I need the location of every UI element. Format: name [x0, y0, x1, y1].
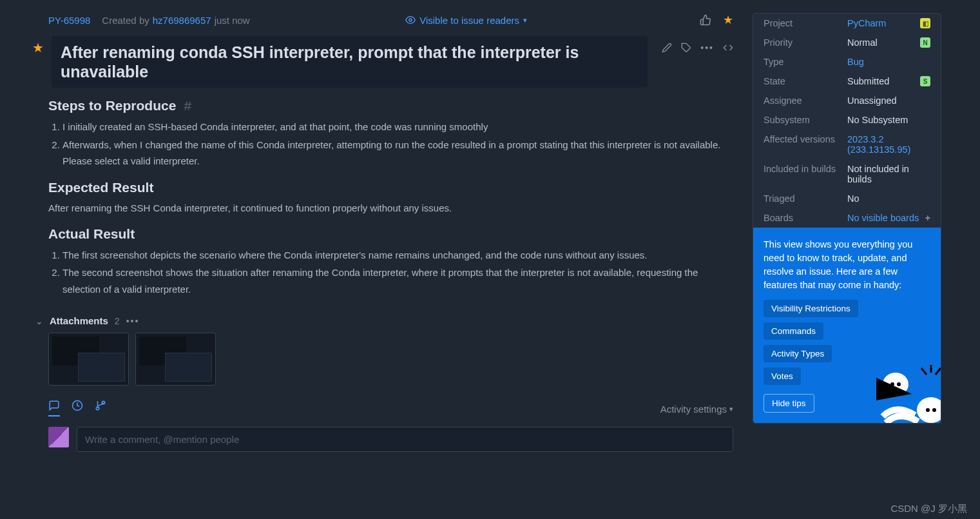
visibility-label: Visible to issue readers: [419, 15, 519, 26]
attachments-count: 2: [115, 316, 120, 326]
list-item: The second screenshot shows the situatio…: [62, 264, 733, 297]
field-included[interactable]: Included in builds Not included in build…: [753, 159, 941, 189]
list-item: Afterwards, when I changed the name of t…: [62, 137, 733, 170]
created-by: Created by hz769869657 just now: [102, 15, 249, 26]
svg-line-11: [936, 368, 941, 375]
expected-heading: Expected Result: [48, 180, 733, 195]
tips-text: This view shows you everything you need …: [764, 238, 930, 292]
expected-text: After renaming the SSH Conda interpreter…: [48, 201, 733, 216]
field-affected[interactable]: Affected versions 2023.3.2 (233.13135.95…: [753, 130, 941, 159]
title-text: After renaming conda SSH interpreter, pr…: [61, 43, 639, 81]
avatar: [48, 427, 69, 447]
state-badge: S: [920, 76, 930, 86]
svg-point-0: [409, 19, 412, 21]
svg-point-7: [926, 408, 930, 412]
svg-point-5: [897, 382, 901, 386]
tip-commands[interactable]: Commands: [764, 322, 823, 340]
visibility-toggle[interactable]: Visible to issue readers ▾: [405, 15, 527, 26]
activity-settings[interactable]: Activity settings ▾: [660, 404, 733, 415]
field-project[interactable]: Project PyCharm ◧: [753, 14, 941, 33]
tab-comments[interactable]: [48, 400, 60, 416]
comment-icon: [48, 400, 60, 411]
field-boards[interactable]: Boards No visible boards +: [753, 208, 941, 228]
actual-heading: Actual Result: [48, 226, 733, 242]
created-by-prefix: Created by: [102, 15, 149, 26]
chevron-down-icon[interactable]: ⌄: [35, 316, 43, 326]
branch-icon: [95, 400, 106, 411]
tip-visibility[interactable]: Visibility Restrictions: [764, 300, 858, 317]
field-priority[interactable]: Priority Normal N: [753, 33, 941, 52]
attachments-label[interactable]: Attachments: [50, 315, 108, 326]
issue-id[interactable]: PY-65998: [48, 15, 90, 26]
comment-input[interactable]: Write a comment, @mention people: [77, 427, 733, 452]
created-time: just now: [215, 15, 250, 26]
issue-title[interactable]: After renaming conda SSH interpreter, pr…: [52, 36, 648, 88]
list-item: I initially created an SSH-based Conda i…: [62, 119, 733, 135]
field-type[interactable]: Type Bug: [753, 52, 941, 72]
tips-panel: This view shows you everything you need …: [753, 228, 941, 423]
add-board-icon[interactable]: +: [925, 213, 930, 223]
project-icon: ◧: [920, 18, 930, 28]
eye-icon: [405, 15, 416, 25]
anchor-icon[interactable]: #: [184, 98, 191, 113]
star-icon[interactable]: ★: [723, 13, 733, 27]
tab-history[interactable]: [72, 400, 83, 416]
history-icon: [72, 400, 83, 411]
steps-heading: Steps to Reproduce #: [48, 98, 733, 113]
field-assignee[interactable]: Assignee Unassigned: [753, 91, 941, 110]
watermark: CSDN @J 罗小黑: [890, 503, 967, 515]
edit-icon[interactable]: [662, 43, 672, 53]
tab-vcs[interactable]: [95, 400, 106, 416]
chevron-down-icon: ▾: [523, 16, 527, 24]
star-toggle[interactable]: ★: [32, 40, 44, 55]
priority-badge: N: [920, 37, 930, 48]
tag-icon[interactable]: [681, 43, 691, 53]
more-icon[interactable]: •••: [700, 43, 714, 53]
thumbs-up-icon[interactable]: [700, 14, 711, 26]
field-triaged[interactable]: Triaged No: [753, 189, 941, 208]
hide-tips-button[interactable]: Hide tips: [764, 394, 814, 413]
field-subsystem[interactable]: Subsystem No Subsystem: [753, 110, 941, 130]
steps-list: I initially created an SSH-based Conda i…: [62, 119, 733, 170]
author-link[interactable]: hz769869657: [153, 15, 211, 26]
field-state[interactable]: State Submitted S: [753, 72, 941, 91]
svg-line-9: [921, 368, 927, 375]
tips-illustration: [857, 358, 941, 423]
attachment-thumb[interactable]: [135, 333, 216, 386]
tip-votes[interactable]: Votes: [764, 367, 801, 385]
more-icon[interactable]: •••: [126, 316, 140, 326]
tip-activity[interactable]: Activity Types: [764, 345, 832, 362]
svg-point-8: [932, 408, 936, 412]
attachment-thumb[interactable]: [48, 333, 129, 386]
code-icon[interactable]: [723, 43, 733, 53]
list-item: The first screenshot depicts the scenari…: [62, 247, 733, 264]
actual-list: The first screenshot depicts the scenari…: [62, 247, 733, 298]
